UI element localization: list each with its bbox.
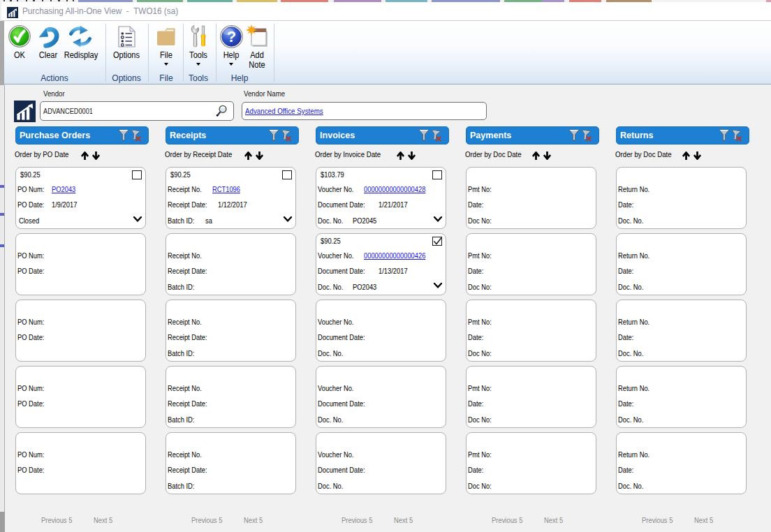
svg-text:?: ? <box>227 28 236 45</box>
